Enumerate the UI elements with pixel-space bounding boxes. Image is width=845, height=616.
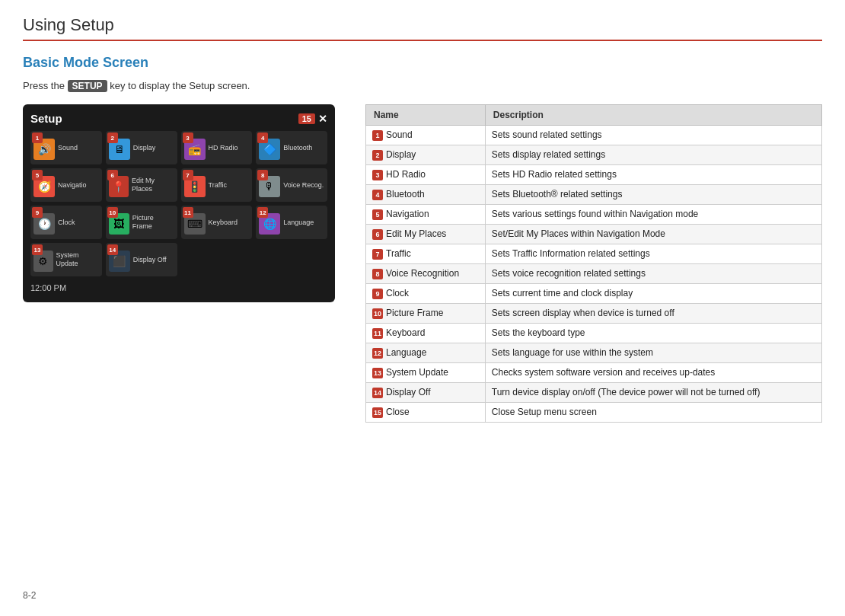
badge-15: 15 [298, 113, 315, 124]
grid-label-10: Picture Frame [132, 214, 174, 231]
grid-label-7: Traffic [209, 181, 228, 190]
grid-badge-2: 2 [107, 132, 118, 143]
settings-table: Name Description 1Sound Sets sound relat… [365, 104, 822, 423]
cell-name: 11Keyboard [366, 324, 486, 343]
grid-label-13: System Update [56, 251, 99, 268]
setup-grid-item-14[interactable]: 14 ⬛ Display Off [106, 243, 177, 276]
grid-badge-8: 8 [257, 170, 268, 180]
col-name: Name [366, 105, 486, 126]
grid-label-3: HD Radio [209, 144, 238, 152]
grid-badge-12: 12 [257, 207, 268, 218]
grid-label-8: Voice Recog. [283, 181, 324, 190]
setup-keyword: SETUP [68, 80, 107, 92]
row-badge: 9 [372, 289, 383, 299]
table-row: 13System Update Checks system software v… [366, 363, 822, 383]
setup-grid-item-3[interactable]: 3 📻 HD Radio [181, 131, 253, 164]
setup-grid-item-1[interactable]: 1 🔊 Sound [30, 131, 102, 164]
grid-label-14: Display Off [133, 256, 167, 264]
row-badge: 15 [372, 407, 383, 418]
table-row: 11Keyboard Sets the keyboard type [366, 324, 822, 343]
right-panel: Name Description 1Sound Sets sound relat… [365, 104, 822, 423]
cell-description: Checks system software version and recei… [485, 363, 821, 383]
grid-badge-14: 14 [107, 244, 118, 255]
cell-name: 12Language [366, 343, 486, 363]
cell-description: Sets sound related settings [485, 126, 821, 145]
grid-label-2: Display [133, 144, 156, 152]
row-badge: 11 [372, 328, 383, 339]
setup-grid-item-2[interactable]: 2 🖥 Display [106, 131, 177, 164]
row-badge: 4 [372, 190, 383, 200]
setup-grid-item-10[interactable]: 10 🖼 Picture Frame [106, 206, 177, 239]
table-row: 8Voice Recognition Sets voice recognitio… [366, 264, 822, 284]
row-badge: 6 [372, 229, 383, 240]
setup-grid-item-4[interactable]: 4 🔷 Bluetooth [256, 131, 327, 164]
cell-name: 15Close [366, 403, 486, 423]
row-badge: 8 [372, 269, 383, 279]
cell-name: 8Voice Recognition [366, 264, 486, 284]
setup-grid-item-8[interactable]: 8 🎙 Voice Recog. [256, 168, 327, 202]
row-badge: 3 [372, 170, 383, 180]
grid-badge-5: 5 [32, 170, 43, 180]
setup-screen: Setup 15 ✕ 1 🔊 Sound 2 🖥 Display 3 📻 HD … [23, 104, 335, 302]
cell-description: Sets voice recognition related settings [485, 264, 821, 284]
grid-label-4: Bluetooth [283, 144, 312, 152]
section-title: Basic Mode Screen [23, 55, 822, 71]
setup-grid-item-5[interactable]: 5 🧭 Navigatio [30, 168, 102, 202]
setup-grid-item-11[interactable]: 11 ⌨ Keyboard [181, 206, 253, 239]
table-row: 6Edit My Places Set/Edit My Places withi… [366, 225, 822, 244]
table-row: 10Picture Frame Sets screen display when… [366, 304, 822, 324]
cell-description: Sets the keyboard type [485, 324, 821, 343]
table-row: 1Sound Sets sound related settings [366, 126, 822, 145]
row-badge: 10 [372, 308, 383, 319]
grid-label-6: Edit My Places [132, 177, 174, 193]
table-row: 9Clock Sets current time and clock displ… [366, 284, 822, 304]
setup-grid: 1 🔊 Sound 2 🖥 Display 3 📻 HD Radio 4 🔷 B… [30, 131, 327, 276]
cell-description: Sets various settings found within Navig… [485, 205, 821, 225]
row-badge: 5 [372, 209, 383, 220]
setup-grid-item-7[interactable]: 7 🚦 Traffic [181, 168, 253, 202]
setup-grid-item-9[interactable]: 9 🕐 Clock [30, 206, 102, 239]
cell-name: 10Picture Frame [366, 304, 486, 324]
cell-description: Sets display related settings [485, 145, 821, 165]
row-badge: 13 [372, 368, 383, 378]
grid-badge-7: 7 [183, 170, 193, 180]
close-button[interactable]: ✕ [318, 113, 327, 125]
setup-footer: 12:00 PM [30, 281, 327, 295]
table-row: 15Close Close Setup menu screen [366, 403, 822, 423]
grid-label-5: Navigatio [58, 181, 87, 190]
cell-description: Sets language for use within the system [485, 343, 821, 363]
row-badge: 1 [372, 130, 383, 141]
row-badge: 2 [372, 150, 383, 161]
cell-name: 9Clock [366, 284, 486, 304]
col-description: Description [485, 105, 821, 126]
cell-description: Sets screen display when device is turne… [485, 304, 821, 324]
page-title: Using Setup [23, 15, 822, 41]
table-row: 5Navigation Sets various settings found … [366, 205, 822, 225]
cell-description: Sets Traffic Information related setting… [485, 244, 821, 264]
cell-description: Turn device display on/off (The device p… [485, 383, 821, 403]
setup-grid-item-12[interactable]: 12 🌐 Language [256, 206, 327, 239]
table-row: 3HD Radio Sets HD Radio related settings [366, 165, 822, 185]
grid-label-11: Keyboard [209, 219, 238, 227]
cell-name: 4Bluetooth [366, 185, 486, 205]
cell-name: 1Sound [366, 126, 486, 145]
grid-badge-9: 9 [32, 207, 43, 218]
setup-grid-item-6[interactable]: 6 📍 Edit My Places [106, 168, 177, 202]
cell-description: Set/Edit My Places within Navigation Mod… [485, 225, 821, 244]
row-badge: 12 [372, 348, 383, 359]
cell-name: 7Traffic [366, 244, 486, 264]
cell-name: 6Edit My Places [366, 225, 486, 244]
setup-grid-item-13[interactable]: 13 ⚙ System Update [30, 243, 102, 276]
setup-header: Setup 15 ✕ [30, 112, 327, 125]
setup-screen-title: Setup [30, 112, 62, 125]
row-badge: 14 [372, 388, 383, 398]
cell-name: 5Navigation [366, 205, 486, 225]
table-row: 4Bluetooth Sets Bluetooth® related setti… [366, 185, 822, 205]
grid-label-12: Language [283, 219, 314, 227]
cell-name: 3HD Radio [366, 165, 486, 185]
grid-badge-1: 1 [32, 132, 43, 143]
main-layout: Setup 15 ✕ 1 🔊 Sound 2 🖥 Display 3 📻 HD … [23, 104, 822, 423]
grid-badge-13: 13 [32, 244, 43, 255]
table-row: 12Language Sets language for use within … [366, 343, 822, 363]
grid-badge-4: 4 [257, 132, 268, 143]
